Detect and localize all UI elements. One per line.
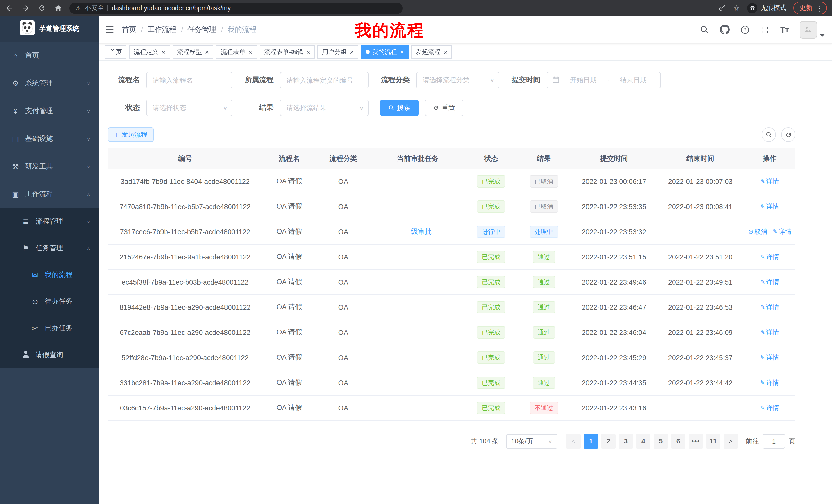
user-avatar[interactable] <box>800 21 825 38</box>
edit-icon: ✎ <box>760 278 765 285</box>
sidebar-item-payment[interactable]: ¥支付管理∨ <box>0 97 99 125</box>
breadcrumb-item[interactable]: 任务管理 <box>188 25 216 34</box>
detail-link[interactable]: ✎详情 <box>760 354 779 361</box>
page-button-2[interactable]: 2 <box>601 434 616 449</box>
goto-label: 前往 <box>746 437 759 446</box>
submit-time-range-picker[interactable]: 开始日期 - 结束日期 <box>547 72 661 88</box>
cell-current-task <box>370 244 465 270</box>
tab-user-group[interactable]: 用户分组× <box>317 45 358 59</box>
fullscreen-icon[interactable] <box>761 25 770 34</box>
cell-current-task <box>370 370 465 395</box>
page-button-3[interactable]: 3 <box>619 434 633 449</box>
home-icon[interactable] <box>54 4 62 12</box>
search-button[interactable]: 搜索 <box>380 100 419 116</box>
cell-status: 已完成 <box>465 345 517 370</box>
cell-end-time <box>657 395 744 421</box>
page-size-select[interactable]: 10条/页 ∨ <box>506 434 557 449</box>
cell-result: 不通过 <box>517 395 571 421</box>
hamburger-icon[interactable] <box>105 25 115 34</box>
sidebar-item-infra[interactable]: ▤基础设施∨ <box>0 125 99 152</box>
close-icon[interactable]: × <box>161 49 165 55</box>
breadcrumb-item[interactable]: 首页 <box>122 25 136 34</box>
close-icon[interactable]: × <box>307 49 310 55</box>
refresh-table-button[interactable] <box>781 128 796 142</box>
close-icon[interactable]: × <box>350 49 354 55</box>
tab-home[interactable]: 首页 <box>105 45 127 59</box>
cell-name: OA 请假 <box>262 270 316 295</box>
app-logo-row[interactable]: 芋道管理系统 <box>0 16 99 41</box>
cell-end-time <box>657 219 744 244</box>
edit-icon: ✎ <box>760 253 765 260</box>
page-button-5[interactable]: 5 <box>654 434 668 449</box>
detail-link[interactable]: ✎详情 <box>760 404 779 411</box>
prev-page-button[interactable]: < <box>566 434 580 449</box>
page-button-11[interactable]: 11 <box>706 434 721 449</box>
sidebar-item-devtools[interactable]: ⚒研发工具∨ <box>0 152 99 180</box>
category-select[interactable]: 请选择流程分类 ∨ <box>416 72 499 88</box>
detail-link[interactable]: ✎详情 <box>760 253 779 260</box>
sidebar-item-task-mgmt[interactable]: ⚑任务管理∧ <box>0 235 99 261</box>
tab-process-definition[interactable]: 流程定义× <box>129 45 170 59</box>
close-icon[interactable]: × <box>443 49 447 55</box>
sidebar-item-process-mgmt[interactable]: ≣流程管理∨ <box>0 208 99 235</box>
breadcrumb-separator: / <box>221 25 223 34</box>
sidebar-item-workflow[interactable]: ▣工作流程∧ <box>0 180 99 208</box>
update-button[interactable]: 更新 ⋮ <box>794 2 827 15</box>
process-definition-input[interactable] <box>280 72 369 88</box>
status-select[interactable]: 请选择状态 ∨ <box>146 100 232 116</box>
toggle-search-button[interactable] <box>761 128 776 142</box>
github-icon[interactable] <box>720 24 730 34</box>
close-icon[interactable]: × <box>249 49 252 55</box>
sidebar-item-leave-query[interactable]: 请假查询 <box>0 342 99 368</box>
cancel-link[interactable]: ⊘取消 <box>748 228 767 235</box>
close-icon[interactable]: × <box>205 49 209 55</box>
tab-process-model[interactable]: 流程模型× <box>173 45 213 59</box>
address-bar[interactable]: ⚠ 不安全 dashboard.yudao.iocoder.cn/bpm/tas… <box>70 2 402 13</box>
url-text: dashboard.yudao.iocoder.cn/bpm/task/my <box>112 4 231 11</box>
breadcrumb-item[interactable]: 工作流程 <box>148 25 176 34</box>
detail-link[interactable]: ✎详情 <box>760 203 779 210</box>
goto-page-input[interactable] <box>762 434 785 449</box>
detail-link[interactable]: ✎详情 <box>760 303 779 311</box>
forward-icon[interactable] <box>22 4 30 12</box>
detail-link[interactable]: ✎详情 <box>772 228 791 235</box>
process-definition-label: 所属流程 <box>244 76 274 85</box>
reset-button[interactable]: 重置 <box>425 100 463 116</box>
detail-link[interactable]: ✎详情 <box>760 278 779 285</box>
detail-link[interactable]: ✎详情 <box>760 379 779 386</box>
sidebar-item-todo-tasks[interactable]: ⊙待办任务 <box>0 288 99 315</box>
search-icon[interactable] <box>700 25 709 34</box>
detail-link[interactable]: ✎详情 <box>760 329 779 336</box>
tab-start-process[interactable]: 发起流程× <box>411 45 452 59</box>
page-button-4[interactable]: 4 <box>636 434 650 449</box>
sidebar-item-done-tasks[interactable]: ✂已办任务 <box>0 315 99 342</box>
sidebar-item-system[interactable]: ⚙系统管理∨ <box>0 69 99 97</box>
cell-result: 已取消 <box>517 194 571 219</box>
close-icon[interactable]: × <box>400 49 404 55</box>
process-name-input[interactable] <box>146 72 232 88</box>
bookmark-star-icon[interactable]: ☆ <box>733 4 740 12</box>
result-select[interactable]: 请选择流结果 ∨ <box>280 100 369 116</box>
table-row: 331bc281-7b9a-11ec-a290-acde48001122OA 请… <box>108 370 796 395</box>
cell-submit-time: 2022-01-22 23:51:15 <box>571 244 657 270</box>
sidebar-item-home[interactable]: ⌂首页 <box>0 41 99 69</box>
tab-process-form[interactable]: 流程表单× <box>216 45 257 59</box>
cell-name: OA 请假 <box>262 370 316 395</box>
help-icon[interactable]: ? <box>741 25 750 34</box>
tab-process-form-edit[interactable]: 流程表单-编辑× <box>260 45 315 59</box>
cell-status: 已完成 <box>465 395 517 421</box>
create-process-button[interactable]: + 发起流程 <box>108 128 154 142</box>
next-page-button[interactable]: > <box>724 434 738 449</box>
font-size-icon[interactable]: TT <box>780 26 789 34</box>
sidebar-item-my-process[interactable]: ✉我的流程 <box>0 261 99 288</box>
detail-link[interactable]: ✎详情 <box>760 177 779 185</box>
back-icon[interactable] <box>5 4 14 12</box>
page-button-6[interactable]: 6 <box>671 434 685 449</box>
pagination-more[interactable]: ••• <box>688 434 703 449</box>
reload-icon[interactable] <box>38 4 46 12</box>
tab-my-process[interactable]: 我的流程× <box>361 45 409 59</box>
current-task-link[interactable]: 一级审批 <box>404 228 432 235</box>
page-button-1[interactable]: 1 <box>583 434 598 449</box>
browser-menu-kebab-icon[interactable]: ⋮ <box>816 4 823 12</box>
key-icon[interactable] <box>718 4 726 12</box>
